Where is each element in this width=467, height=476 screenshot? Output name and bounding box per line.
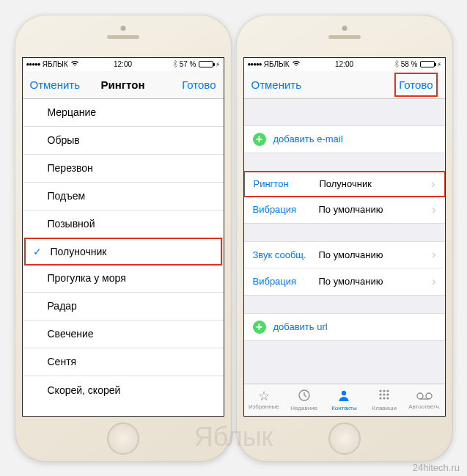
svg-point-1 <box>342 390 346 395</box>
ringtone-label: Перезвон <box>48 162 93 174</box>
vibration-value: По умолчанию <box>319 204 433 215</box>
ringtone-row[interactable]: Позывной <box>23 210 224 238</box>
battery-icon <box>420 61 435 67</box>
text-tone-cell[interactable]: Звук сообщ. По умолчанию › <box>244 242 445 268</box>
ringtone-label: Подъем <box>48 190 86 202</box>
signal-dots-icon: ●●●●● <box>248 61 262 67</box>
email-group: + добавить e-mail <box>244 125 445 153</box>
home-button[interactable] <box>107 422 139 455</box>
add-url-cell[interactable]: + добавить url <box>244 314 445 340</box>
ringtone-value: Полуночник <box>320 178 432 189</box>
plus-icon: + <box>253 133 266 146</box>
tab-label: Недавние <box>290 405 317 411</box>
text-tone-label: Звук сообщ. <box>253 249 319 260</box>
voicemail-icon <box>416 389 433 403</box>
ringtone-row[interactable]: Обрыв <box>23 127 224 155</box>
carrier-label: ЯБЛЫК <box>264 60 290 68</box>
status-time: 12:00 <box>114 60 132 68</box>
svg-point-11 <box>417 393 423 399</box>
chevron-right-icon: › <box>432 248 435 261</box>
ringtone-label: Рингтон <box>254 178 320 189</box>
nav-bar: Отменить Готово <box>244 71 445 99</box>
svg-point-2 <box>380 389 382 392</box>
tab-label: Автоответч. <box>408 403 441 410</box>
ringtone-label: Прогулка у моря <box>48 272 126 284</box>
clock-icon <box>298 389 311 404</box>
ringtone-group: Рингтон Полуночник › Вибрация По умолчан… <box>244 171 445 224</box>
tab-bar: ☆ Избранные Недавние Контакты Клавиши <box>244 384 445 416</box>
tab-favorites[interactable]: ☆ Избранные <box>244 384 284 416</box>
battery-percent: 58 % <box>401 60 418 68</box>
phone-right: ●●●●● ЯБЛЫК 12:00 58 % ⚡︎ Отменить Готов… <box>236 15 453 462</box>
done-button[interactable]: Готово <box>394 73 437 97</box>
svg-point-6 <box>383 393 386 395</box>
svg-point-12 <box>426 393 432 399</box>
vibration-label: Вибрация <box>253 204 319 215</box>
nav-bar: Отменить Рингтон Готово <box>23 71 224 99</box>
ringtone-label: Свечение <box>48 328 94 340</box>
ringtone-row[interactable]: Радар <box>23 293 224 321</box>
screen-left: ●●●●● ЯБЛЫК 12:00 57 % ⚡︎ Отменить Рингт… <box>22 57 224 417</box>
charging-icon: ⚡︎ <box>437 61 441 68</box>
vibration2-label: Вибрация <box>253 276 319 287</box>
tab-label: Избранные <box>249 403 279 410</box>
ringtone-row-selected[interactable]: ✓ Полуночник <box>24 238 222 266</box>
watermark-source: 24hitech.ru <box>413 462 460 473</box>
ringtone-row[interactable]: Подъем <box>23 183 224 210</box>
charging-icon: ⚡︎ <box>216 61 220 68</box>
svg-point-8 <box>380 397 382 399</box>
svg-point-4 <box>387 389 389 392</box>
ringtone-label: Скорей, скорей <box>48 384 121 396</box>
status-bar: ●●●●● ЯБЛЫК 12:00 57 % ⚡︎ <box>23 58 224 71</box>
star-icon: ☆ <box>258 389 270 403</box>
contact-edit-content: + добавить e-mail Рингтон Полуночник › В… <box>244 99 445 384</box>
ringtone-cell[interactable]: Рингтон Полуночник › <box>244 171 445 197</box>
tab-keypad[interactable]: Клавиши <box>364 384 405 416</box>
bluetooth-icon <box>394 60 399 69</box>
tab-label: Контакты <box>331 405 357 411</box>
speaker-slot <box>107 35 139 39</box>
svg-point-7 <box>387 393 389 395</box>
signal-dots-icon: ●●●●● <box>26 61 40 67</box>
plus-icon: + <box>253 321 266 334</box>
svg-point-5 <box>380 393 382 395</box>
cancel-button[interactable]: Отменить <box>251 78 302 91</box>
ringtone-row[interactable]: Скорей, скорей <box>23 376 224 404</box>
ringtone-row[interactable]: Мерцание <box>23 99 224 127</box>
ringtone-label: Мерцание <box>48 106 97 118</box>
ringtone-list: Мерцание Обрыв Перезвон Подъем Позывной … <box>23 99 224 416</box>
text-tone-group: Звук сообщ. По умолчанию › Вибрация По у… <box>244 241 445 296</box>
speaker-slot <box>328 35 361 39</box>
ringtone-label: Сентя <box>48 356 77 367</box>
url-group: + добавить url <box>244 313 445 341</box>
keypad-icon <box>378 389 391 404</box>
tab-contacts[interactable]: Контакты <box>324 384 364 416</box>
ringtone-label: Обрыв <box>48 134 80 146</box>
battery-percent: 57 % <box>180 60 196 68</box>
add-email-cell[interactable]: + добавить e-mail <box>244 126 445 153</box>
vibration2-cell[interactable]: Вибрация По умолчанию › <box>244 268 445 295</box>
svg-point-9 <box>383 397 386 399</box>
status-bar: ●●●●● ЯБЛЫК 12:00 58 % ⚡︎ <box>244 58 445 71</box>
wifi-icon <box>70 60 79 68</box>
camera-dot <box>120 26 125 31</box>
done-button[interactable]: Готово <box>182 78 216 91</box>
contact-icon <box>337 389 350 404</box>
cancel-button[interactable]: Отменить <box>30 78 81 91</box>
carrier-label: ЯБЛЫК <box>43 60 68 68</box>
ringtone-row[interactable]: Свечение <box>23 321 224 348</box>
tab-voicemail[interactable]: Автоответч. <box>405 384 445 416</box>
checkmark-icon: ✓ <box>33 246 42 257</box>
text-tone-value: По умолчанию <box>319 249 433 260</box>
vibration-cell[interactable]: Вибрация По умолчанию › <box>244 197 445 223</box>
tab-recents[interactable]: Недавние <box>284 384 324 416</box>
ringtone-label: Позывной <box>48 218 95 230</box>
chevron-right-icon: › <box>431 177 435 191</box>
ringtone-row[interactable]: Прогулка у моря <box>23 265 224 293</box>
chevron-right-icon: › <box>432 203 435 216</box>
ringtone-row[interactable]: Сентя <box>23 348 224 376</box>
home-button[interactable] <box>328 422 361 455</box>
status-time: 12:00 <box>335 60 353 68</box>
ringtone-row[interactable]: Перезвон <box>23 155 224 183</box>
screen-right: ●●●●● ЯБЛЫК 12:00 58 % ⚡︎ Отменить Готов… <box>243 57 446 417</box>
